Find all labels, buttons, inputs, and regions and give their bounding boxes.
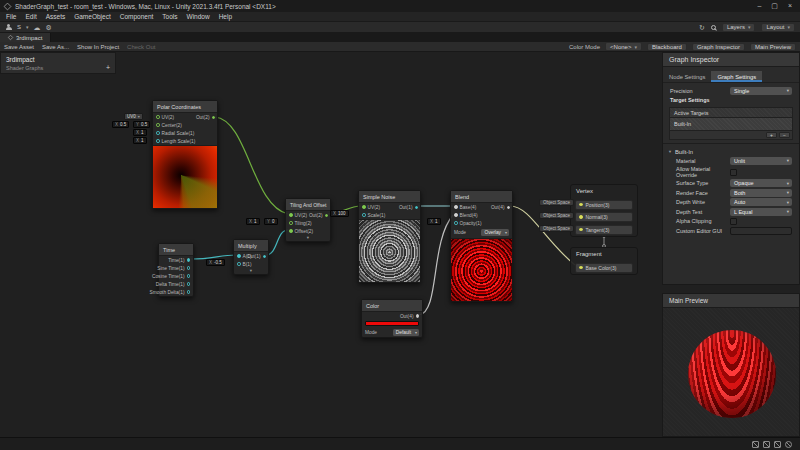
tab-shadergraph[interactable]: 3rdimpact	[0, 33, 51, 42]
cloud-icon[interactable]: ☁	[34, 22, 41, 33]
tab-graph-settings[interactable]: Graph Settings	[711, 71, 762, 82]
add-property-button[interactable]: +	[106, 65, 110, 71]
input-port-normal[interactable]	[579, 215, 583, 219]
output-port-row[interactable]: Out(2)	[196, 115, 215, 120]
normal-space-chip[interactable]: Object Space	[539, 212, 574, 219]
node-title[interactable]: Polar Coordinates	[153, 101, 217, 113]
built-in-foldout[interactable]: Built-In	[663, 147, 799, 156]
precision-dropdown[interactable]: Single	[730, 87, 792, 95]
menu-assets[interactable]: Assets	[46, 13, 66, 20]
add-target-button[interactable]: +	[766, 132, 777, 138]
output-port[interactable]	[507, 206, 511, 210]
wire-polar-to-tiling[interactable]	[215, 117, 288, 214]
fragment-base-color-row[interactable]: Base Color(3)	[575, 263, 633, 273]
graph-inspector-panel[interactable]: Graph Inspector Node Settings Graph Sett…	[662, 52, 800, 285]
node-tiling-and-offset[interactable]: Tiling And Offset UV(2) Out(2) Tiling(2)…	[285, 198, 331, 242]
input-port-uv[interactable]	[362, 205, 366, 209]
menu-edit[interactable]: Edit	[25, 13, 36, 20]
input-port-a[interactable]	[237, 254, 241, 258]
node-color[interactable]: Color Out(4) Mode Default	[361, 299, 423, 338]
tangent-space-chip[interactable]: Object Space	[539, 225, 574, 232]
color-swatch[interactable]	[365, 321, 419, 326]
minimize-button[interactable]: –	[757, 0, 761, 12]
output-port-time[interactable]	[187, 258, 191, 262]
input-port-tiling[interactable]	[289, 221, 293, 225]
show-in-project-button[interactable]: Show In Project	[77, 44, 119, 50]
uv-channel-dropdown[interactable]: UV0	[124, 113, 143, 120]
input-port-uv[interactable]	[289, 213, 293, 217]
blackboard-toggle-button[interactable]: Blackboard	[647, 43, 687, 51]
input-port-blend[interactable]	[454, 213, 458, 217]
console-error-icon[interactable]	[774, 441, 781, 448]
wire-color-to-blend[interactable]	[419, 215, 453, 315]
save-as-button[interactable]: Save As...	[42, 44, 69, 50]
opacity-field[interactable]: X1	[427, 218, 441, 225]
alpha-clipping-checkbox[interactable]	[730, 218, 737, 225]
collapse-chevron-icon[interactable]	[286, 235, 330, 241]
services-icon[interactable]: ⚙	[46, 22, 52, 33]
input-port-opacity[interactable]	[454, 221, 458, 225]
undo-history-icon[interactable]: ↻	[699, 22, 705, 33]
vertex-position-row[interactable]: Position(3)	[575, 200, 633, 210]
menu-file[interactable]: File	[6, 13, 16, 20]
vertex-normal-row[interactable]: Normal(3)	[575, 212, 633, 222]
input-port-base-color[interactable]	[579, 266, 583, 270]
output-port-smooth-delta[interactable]	[187, 290, 191, 294]
main-preview-toggle-button[interactable]: Main Preview	[750, 43, 796, 51]
menu-component[interactable]: Component	[120, 13, 154, 20]
input-port-tangent[interactable]	[579, 228, 583, 232]
color-mode-dropdown[interactable]: <None>▾	[605, 42, 642, 51]
main-preview-panel[interactable]: Main Preview	[662, 293, 800, 437]
tiling-y-field[interactable]: Y0	[264, 218, 278, 225]
node-multiply[interactable]: Multiply A(1) Out(1) B(1)	[233, 239, 269, 275]
output-port-cosine-time[interactable]	[187, 274, 191, 278]
node-title[interactable]: Blend	[451, 191, 512, 203]
tiling-x-field[interactable]: X1	[246, 218, 260, 225]
output-port[interactable]	[416, 314, 420, 318]
remove-target-button[interactable]: −	[779, 132, 790, 138]
output-port[interactable]	[415, 206, 419, 210]
input-port-radial-scale[interactable]	[156, 131, 160, 135]
length-scale-field[interactable]: X1	[133, 137, 147, 144]
output-port-delta-time[interactable]	[187, 282, 191, 286]
layers-dropdown[interactable]: Layers▾	[722, 23, 756, 32]
input-port-offset[interactable]	[289, 229, 293, 233]
menu-help[interactable]: Help	[219, 13, 232, 20]
input-port-center[interactable]	[156, 123, 160, 127]
search-icon[interactable]	[711, 25, 716, 30]
output-port-sine-time[interactable]	[187, 266, 191, 270]
output-port[interactable]	[263, 255, 267, 259]
account-dropdown[interactable]: S	[17, 24, 21, 30]
console-warning-icon[interactable]	[763, 441, 770, 448]
input-port-uv[interactable]	[156, 115, 160, 119]
close-button[interactable]: ×	[788, 0, 792, 12]
render-face-dropdown[interactable]: Both	[730, 189, 792, 197]
input-port-length-scale[interactable]	[156, 139, 160, 143]
node-title[interactable]: Tiling And Offset	[286, 199, 330, 211]
menu-gameobject[interactable]: GameObject	[74, 13, 111, 20]
output-port[interactable]	[325, 214, 329, 218]
output-port[interactable]	[212, 116, 216, 120]
noise-scale-field[interactable]: X100	[330, 210, 349, 217]
graph-canvas[interactable]: Polar Coordinates UV(2) Out(2) Center(2)…	[0, 52, 800, 437]
position-space-chip[interactable]: Object Space	[539, 199, 574, 206]
collapse-chevron-icon[interactable]	[234, 268, 268, 274]
graph-inspector-toggle-button[interactable]: Graph Inspector	[692, 43, 745, 51]
input-port-scale[interactable]	[362, 213, 366, 217]
vertex-tangent-row[interactable]: Tangent(3)	[575, 225, 633, 235]
maximize-button[interactable]: ▢	[771, 0, 778, 12]
color-mode-dropdown[interactable]: Default	[393, 329, 419, 336]
menu-tools[interactable]: Tools	[162, 13, 177, 20]
shader-preview-sphere[interactable]	[688, 330, 776, 418]
tab-node-settings[interactable]: Node Settings	[663, 71, 711, 82]
node-title[interactable]: Color	[362, 300, 422, 312]
depth-write-dropdown[interactable]: Auto	[730, 198, 792, 206]
custom-editor-gui-input[interactable]	[730, 227, 792, 235]
target-list-item[interactable]: Built-In	[669, 118, 793, 131]
layout-dropdown[interactable]: Layout▾	[761, 23, 795, 32]
depth-test-dropdown[interactable]: L Equal	[730, 208, 792, 216]
block-fragment[interactable]: Fragment Base Color(3)	[570, 247, 638, 275]
menu-window[interactable]: Window	[187, 13, 210, 20]
blend-mode-dropdown[interactable]: Overlay	[481, 229, 509, 236]
account-icon[interactable]	[5, 24, 12, 31]
